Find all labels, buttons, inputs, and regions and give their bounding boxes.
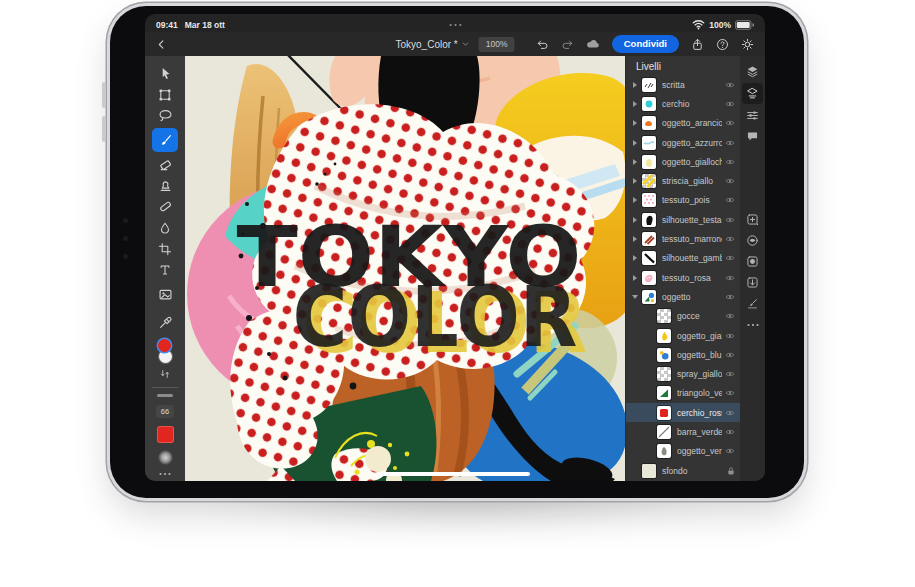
current-color-chip[interactable] [157, 426, 174, 443]
multitasking-handle[interactable] [145, 23, 765, 27]
canvas[interactable]: COLOR TOKYO COLOR [185, 56, 625, 481]
eye-icon[interactable] [725, 81, 735, 89]
layer-row[interactable]: tessuto_pois [626, 191, 740, 210]
layer-expander[interactable] [630, 294, 639, 300]
layer-expander[interactable] [630, 178, 639, 184]
layer-row[interactable]: triangolo_verde [626, 384, 740, 403]
panel-tab-adjustments[interactable] [742, 106, 763, 125]
export-icon[interactable] [691, 38, 704, 51]
panel-tab-layers[interactable] [742, 62, 763, 81]
eye-icon[interactable] [725, 409, 735, 417]
eye-icon[interactable] [725, 389, 735, 397]
layer-row[interactable]: oggetto [626, 287, 740, 306]
eye-icon[interactable] [725, 196, 735, 204]
brush-size-chip[interactable]: 66 [156, 405, 174, 418]
panel-tab-layer-properties[interactable] [742, 83, 763, 104]
eye-icon[interactable] [725, 312, 735, 320]
layer-row[interactable]: tessuto_rosa [626, 268, 740, 287]
layer-expander[interactable] [630, 197, 639, 203]
eye-icon[interactable] [725, 332, 735, 340]
layer-expander[interactable] [630, 236, 639, 242]
panel-tab-comments[interactable] [742, 127, 763, 146]
eye-icon[interactable] [725, 293, 735, 301]
document-title[interactable]: Tokyo_Color * [395, 39, 469, 50]
foreground-color-swatch[interactable] [158, 339, 171, 352]
layer-row[interactable]: oggetto_azzurro [626, 133, 740, 152]
eye-icon[interactable] [725, 158, 735, 166]
tool-clone-stamp[interactable] [152, 175, 178, 196]
layer-visibility-button[interactable] [742, 231, 763, 250]
eye-icon[interactable] [725, 428, 735, 436]
eye-icon[interactable] [725, 139, 735, 147]
undo-button[interactable] [536, 38, 549, 51]
layer-expander[interactable] [630, 217, 639, 223]
layer-row[interactable]: barra_verde [626, 422, 740, 441]
place-image-icon [158, 287, 173, 302]
redo-button[interactable] [561, 38, 574, 51]
layer-row[interactable]: oggetto_verde chiaro [626, 442, 740, 461]
layer-row[interactable]: oggetto_blu [626, 345, 740, 364]
tool-eyedropper[interactable] [152, 312, 178, 333]
layer-row[interactable]: scritta [626, 75, 740, 94]
cloud-sync-icon[interactable] [586, 37, 600, 51]
layer-expander[interactable] [630, 275, 639, 281]
eye-icon[interactable] [725, 370, 735, 378]
zoom-level-badge[interactable]: 100% [479, 37, 515, 52]
layer-row[interactable]: oggetto_giallo [626, 326, 740, 345]
clip-layer-button[interactable] [742, 273, 763, 292]
layer-row[interactable]: oggetto_arancione [626, 114, 740, 133]
share-button[interactable]: Condividi [612, 35, 679, 53]
eye-icon[interactable] [725, 351, 735, 359]
eye-icon[interactable] [725, 119, 735, 127]
layer-row[interactable]: sfondo [626, 461, 740, 480]
brush-softness-chip[interactable] [158, 450, 173, 465]
layer-row[interactable]: cerchio [626, 94, 740, 113]
layer-effects-button[interactable] [742, 294, 763, 313]
layer-row[interactable]: gocce [626, 307, 740, 326]
eye-icon[interactable] [725, 177, 735, 185]
settings-gear-icon[interactable] [741, 38, 754, 51]
back-button[interactable] [156, 39, 167, 50]
eye-icon[interactable] [725, 235, 735, 243]
tool-place-image[interactable] [152, 284, 178, 305]
layer-expander[interactable] [630, 101, 639, 107]
eye-icon[interactable] [725, 216, 735, 224]
toolbar-handle[interactable] [157, 394, 173, 397]
toolbar-more-icon[interactable] [159, 472, 171, 476]
eye-icon[interactable] [725, 447, 735, 455]
tool-crop[interactable] [152, 238, 178, 259]
tool-fill[interactable] [152, 217, 178, 238]
tool-lasso[interactable] [152, 105, 178, 126]
tool-move[interactable] [152, 63, 178, 84]
layer-mask-button[interactable] [742, 252, 763, 271]
lock-icon[interactable] [727, 466, 735, 476]
eye-icon[interactable] [725, 100, 735, 108]
layer-name: oggetto [662, 292, 722, 302]
layer-row[interactable]: striscia_giallo [626, 171, 740, 190]
swap-colors-icon[interactable] [159, 368, 171, 380]
background-color-swatch[interactable] [159, 350, 172, 363]
layer-expander[interactable] [630, 159, 639, 165]
tool-brush[interactable] [152, 128, 178, 152]
home-indicator[interactable] [380, 472, 530, 476]
tool-type[interactable] [152, 259, 178, 280]
layer-row[interactable]: tessuto_marrone [626, 229, 740, 248]
layer-row[interactable]: oggetto_giallochiaro [626, 152, 740, 171]
layer-expander[interactable] [630, 120, 639, 126]
help-icon[interactable] [716, 38, 729, 51]
tool-transform[interactable] [152, 84, 178, 105]
layer-row[interactable]: silhouette_gamba [626, 249, 740, 268]
more-options-button[interactable] [742, 315, 763, 334]
layer-expander[interactable] [630, 82, 639, 88]
tool-eraser[interactable] [152, 154, 178, 175]
eye-icon[interactable] [725, 274, 735, 282]
layer-expander[interactable] [630, 255, 639, 261]
eye-icon[interactable] [725, 254, 735, 262]
color-well[interactable] [154, 339, 176, 365]
tool-healing-brush[interactable] [152, 196, 178, 217]
layer-row[interactable]: spray_giallo [626, 364, 740, 383]
layer-row[interactable]: silhouette_testa [626, 210, 740, 229]
layer-row[interactable]: cerchio_rosso [626, 403, 740, 422]
layer-expander[interactable] [630, 140, 639, 146]
add-layer-button[interactable] [742, 210, 763, 229]
